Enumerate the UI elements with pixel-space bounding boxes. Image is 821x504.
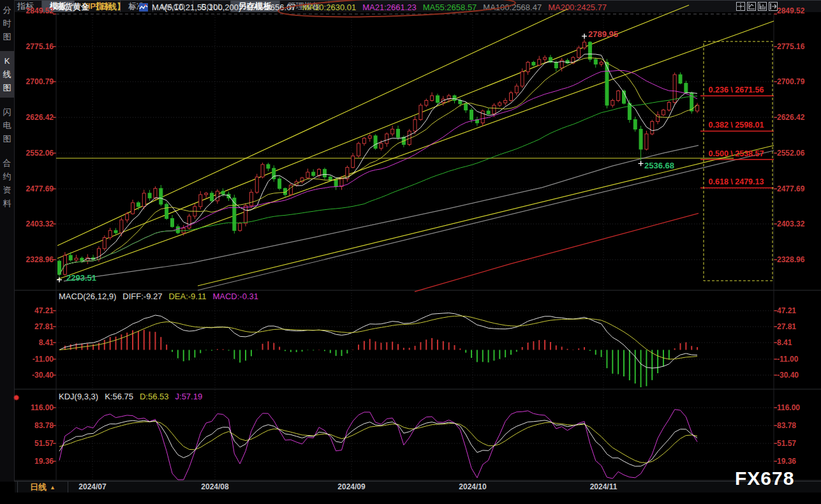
x-axis-month-label: 2024/09 xyxy=(337,482,365,491)
price-axis-label: 2626.42 xyxy=(15,113,54,122)
ma-settings: MA(5,10,21,55,100,200) xyxy=(152,3,241,12)
macd-name: MACD(26,12,9) xyxy=(59,292,116,301)
sidebar-item-3[interactable]: 闪 电 图 xyxy=(0,102,14,149)
zoom-chart-icon[interactable] xyxy=(747,2,756,11)
macd-axis-label: -30.40 xyxy=(777,371,819,380)
price-axis-label: 2328.96 xyxy=(777,255,819,264)
macd-axis-label: 27.81 xyxy=(15,322,54,331)
ma-value: MA200:2425.77 xyxy=(548,3,607,12)
fib-level-label: 0.236 \ 2671.56 xyxy=(700,85,772,94)
macd-macd: MACD:-0.31 xyxy=(212,292,258,301)
fib-level-label: 0.618 \ 2479.13 xyxy=(700,177,772,186)
x-axis-month-label: 2024/11 xyxy=(590,482,618,491)
fib-level-label: 0.382 \ 2598.01 xyxy=(700,121,772,130)
ma-value: MA5:2656.07 xyxy=(246,3,295,12)
sidebar-item-2[interactable]: K 线 图 xyxy=(0,51,14,98)
kline-chart-icon xyxy=(139,3,148,11)
price-axis-label: 2328.96 xyxy=(15,255,54,264)
watermark: FX678 xyxy=(735,468,794,489)
macd-axis-label: -11.00 xyxy=(15,355,54,364)
price-annotation: 2293.51 xyxy=(66,273,96,283)
symbol-name: 现货黄金 xyxy=(56,1,89,13)
kdj-axis-label: 19.36 xyxy=(777,457,819,466)
period-selector-label: 日线 xyxy=(30,482,47,493)
title-bar: 现货黄金 【日线】 ⊕ MA(5,10,21,55,100,200) MA5:2… xyxy=(56,0,613,14)
macd-axis-label: 47.21 xyxy=(15,306,54,315)
kdj-j: J:57.19 xyxy=(175,392,203,401)
kdj-axis-label: 51.57 xyxy=(15,439,54,448)
kdj-axis-label: 116.00 xyxy=(777,403,819,412)
pan-icon[interactable] xyxy=(736,2,745,11)
chevron-up-icon: ▲ xyxy=(50,484,55,491)
price-axis-label: 2403.32 xyxy=(15,219,54,228)
trading-app: 分 时 图K 线 图闪 电 图合 约 资 料 现货黄金 【日线】 ⊕ MA(5,… xyxy=(0,0,821,504)
chart-toolbar xyxy=(736,2,778,11)
x-axis-month-label: 2024/10 xyxy=(459,482,486,491)
macd-header: MACD(26,12,9) DIFF:-9.27 DEA:-9.11 MACD:… xyxy=(59,291,265,302)
macd-axis-label: 8.41 xyxy=(777,338,819,347)
kdj-axis-label: 116.00 xyxy=(15,403,54,412)
period-label: 【日线】 xyxy=(92,1,125,13)
price-annotation: 2536.68 xyxy=(644,161,674,170)
kdj-header: KDJ(9,3,3) K:56.75 D:56.53 J:57.19 xyxy=(59,391,209,402)
kdj-name: KDJ(9,3,3) xyxy=(59,392,98,401)
price-axis-label: 2403.32 xyxy=(777,219,819,228)
price-axis-label: 2477.69 xyxy=(777,184,819,193)
fib-level-label: 0.500 \ 2538.57 xyxy=(700,149,772,158)
macd-dea: DEA:-9.11 xyxy=(168,292,206,301)
ma-value: MA55:2658.57 xyxy=(423,3,477,12)
price-axis-label: 2849.52 xyxy=(777,6,819,15)
period-selector[interactable]: 日线 ▲ xyxy=(17,482,68,493)
chart-canvas[interactable] xyxy=(0,0,821,504)
price-axis-label: 2775.16 xyxy=(777,42,819,51)
alert-icon[interactable]: ✹ xyxy=(13,393,20,403)
price-axis-label: 2849.52 xyxy=(15,6,54,15)
ma-value: MA100:2568.47 xyxy=(483,3,542,12)
price-annotation: 2789.95 xyxy=(588,29,618,39)
price-axis-label: 2477.69 xyxy=(15,184,54,193)
macd-axis-label: -11.00 xyxy=(777,355,819,364)
price-axis-label: 2700.79 xyxy=(15,77,54,86)
macd-axis-label: 27.81 xyxy=(777,322,819,331)
macd-axis-label: 8.41 xyxy=(15,338,54,347)
macd-axis-label: 47.21 xyxy=(777,306,819,315)
ma-values: MA5:2656.07MA10:2630.01MA21:2661.23MA55:… xyxy=(246,3,613,12)
time-axis-strip: 日线 ▲ 2024/072024/082024/092024/102024/11 xyxy=(15,481,821,493)
ma-value: MA10:2630.01 xyxy=(302,3,357,12)
indicator-pane-icon[interactable] xyxy=(758,2,767,11)
macd-axis-label: -30.40 xyxy=(15,371,54,380)
kdj-axis-label: 19.36 xyxy=(15,457,54,466)
x-axis-month-label: 2024/07 xyxy=(78,482,106,491)
expand-icon[interactable]: ⊕ xyxy=(129,3,135,11)
price-axis-label: 2626.42 xyxy=(777,113,819,122)
kdj-axis-label: 83.78 xyxy=(15,421,54,430)
sidebar-item-1[interactable]: 分 时 图 xyxy=(0,0,14,47)
kdj-d: D:56.53 xyxy=(140,392,169,401)
ma-value: MA21:2661.23 xyxy=(362,3,417,12)
kdj-k: K:56.75 xyxy=(105,392,133,401)
sidebar: 分 时 图K 线 图闪 电 图合 约 资 料 xyxy=(0,0,15,482)
sidebar-item-4[interactable]: 合 约 资 料 xyxy=(0,153,14,213)
price-axis-label: 2700.79 xyxy=(777,77,819,86)
x-axis-month-label: 2024/08 xyxy=(201,482,228,491)
kdj-axis-label: 51.57 xyxy=(777,439,819,448)
kdj-axis-label: 83.78 xyxy=(777,421,819,430)
macd-diff: DIFF:-9.27 xyxy=(122,292,162,301)
price-axis-label: 2552.06 xyxy=(777,149,819,158)
exit-fullscreen-icon[interactable] xyxy=(769,2,778,11)
price-axis-label: 2775.16 xyxy=(15,42,54,51)
price-axis-label: 2552.06 xyxy=(15,149,54,158)
